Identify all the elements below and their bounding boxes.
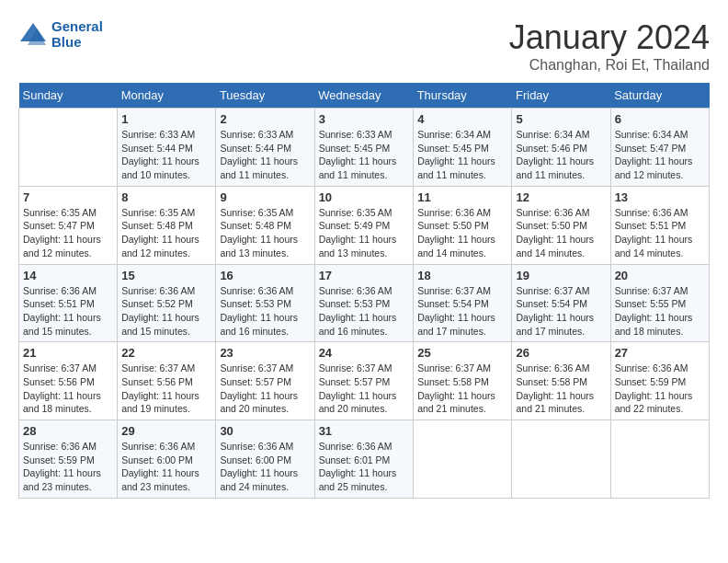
calendar-cell	[512, 420, 610, 499]
calendar-cell: 1Sunrise: 6:33 AM Sunset: 5:44 PM Daylig…	[118, 109, 216, 187]
day-number: 6	[615, 112, 705, 126]
calendar-cell: 21Sunrise: 6:37 AM Sunset: 5:56 PM Dayli…	[19, 342, 118, 420]
weekday-header: Friday	[512, 83, 610, 109]
weekday-header: Saturday	[610, 83, 709, 109]
day-info: Sunrise: 6:37 AM Sunset: 5:56 PM Dayligh…	[23, 362, 113, 416]
logo: General Blue	[18, 18, 103, 50]
day-info: Sunrise: 6:35 AM Sunset: 5:47 PM Dayligh…	[23, 206, 113, 260]
calendar-cell: 26Sunrise: 6:36 AM Sunset: 5:58 PM Dayli…	[512, 342, 610, 420]
day-number: 30	[220, 424, 310, 438]
day-info: Sunrise: 6:37 AM Sunset: 5:55 PM Dayligh…	[615, 284, 705, 339]
calendar-cell: 11Sunrise: 6:36 AM Sunset: 5:50 PM Dayli…	[414, 186, 512, 264]
day-info: Sunrise: 6:36 AM Sunset: 5:50 PM Dayligh…	[516, 206, 606, 260]
day-number: 4	[417, 112, 507, 126]
day-number: 26	[516, 346, 606, 360]
calendar-cell	[414, 420, 512, 499]
calendar-cell: 9Sunrise: 6:35 AM Sunset: 5:48 PM Daylig…	[216, 186, 314, 264]
day-number: 23	[220, 346, 310, 360]
header-row: SundayMondayTuesdayWednesdayThursdayFrid…	[19, 83, 710, 109]
calendar-table: SundayMondayTuesdayWednesdayThursdayFrid…	[18, 83, 710, 499]
day-number: 2	[220, 112, 310, 126]
day-info: Sunrise: 6:36 AM Sunset: 6:01 PM Dayligh…	[319, 440, 410, 494]
day-number: 20	[615, 269, 705, 282]
day-number: 7	[23, 190, 113, 204]
day-info: Sunrise: 6:36 AM Sunset: 5:59 PM Dayligh…	[615, 362, 705, 416]
day-info: Sunrise: 6:37 AM Sunset: 5:54 PM Dayligh…	[516, 284, 606, 339]
calendar-cell: 18Sunrise: 6:37 AM Sunset: 5:54 PM Dayli…	[414, 264, 512, 342]
day-number: 22	[121, 346, 211, 360]
calendar-week: 28Sunrise: 6:36 AM Sunset: 5:59 PM Dayli…	[19, 420, 710, 499]
calendar-cell: 12Sunrise: 6:36 AM Sunset: 5:50 PM Dayli…	[512, 186, 610, 264]
calendar-cell: 27Sunrise: 6:36 AM Sunset: 5:59 PM Dayli…	[610, 342, 709, 420]
page-header: General Blue January 2024 Changhan, Roi …	[18, 18, 710, 74]
day-number: 15	[121, 269, 211, 282]
calendar-body: 1Sunrise: 6:33 AM Sunset: 5:44 PM Daylig…	[19, 109, 710, 499]
day-info: Sunrise: 6:36 AM Sunset: 5:52 PM Dayligh…	[121, 284, 211, 339]
weekday-header: Sunday	[19, 83, 118, 109]
day-info: Sunrise: 6:36 AM Sunset: 6:00 PM Dayligh…	[121, 440, 211, 494]
month-title: January 2024	[509, 18, 710, 57]
day-info: Sunrise: 6:36 AM Sunset: 5:58 PM Dayligh…	[516, 362, 606, 416]
calendar-cell	[610, 420, 709, 499]
day-info: Sunrise: 6:35 AM Sunset: 5:48 PM Dayligh…	[220, 206, 310, 260]
day-number: 8	[121, 190, 211, 204]
day-info: Sunrise: 6:36 AM Sunset: 5:53 PM Dayligh…	[220, 284, 310, 339]
day-number: 31	[319, 424, 410, 438]
calendar-cell: 24Sunrise: 6:37 AM Sunset: 5:57 PM Dayli…	[314, 342, 414, 420]
calendar-cell: 29Sunrise: 6:36 AM Sunset: 6:00 PM Dayli…	[118, 420, 216, 499]
day-number: 29	[121, 424, 211, 438]
day-info: Sunrise: 6:36 AM Sunset: 5:50 PM Dayligh…	[417, 206, 507, 260]
day-info: Sunrise: 6:37 AM Sunset: 5:54 PM Dayligh…	[417, 284, 507, 339]
day-info: Sunrise: 6:37 AM Sunset: 5:56 PM Dayligh…	[121, 362, 211, 416]
calendar-cell: 20Sunrise: 6:37 AM Sunset: 5:55 PM Dayli…	[610, 264, 709, 342]
calendar-cell: 14Sunrise: 6:36 AM Sunset: 5:51 PM Dayli…	[19, 264, 118, 342]
day-info: Sunrise: 6:34 AM Sunset: 5:47 PM Dayligh…	[615, 128, 705, 182]
calendar-cell: 22Sunrise: 6:37 AM Sunset: 5:56 PM Dayli…	[118, 342, 216, 420]
calendar-cell: 4Sunrise: 6:34 AM Sunset: 5:45 PM Daylig…	[414, 109, 512, 187]
calendar-cell: 16Sunrise: 6:36 AM Sunset: 5:53 PM Dayli…	[216, 264, 314, 342]
calendar-week: 7Sunrise: 6:35 AM Sunset: 5:47 PM Daylig…	[19, 186, 710, 264]
day-number: 5	[516, 112, 606, 126]
title-block: January 2024 Changhan, Roi Et, Thailand	[509, 18, 710, 74]
calendar-cell: 15Sunrise: 6:36 AM Sunset: 5:52 PM Dayli…	[118, 264, 216, 342]
day-info: Sunrise: 6:36 AM Sunset: 5:53 PM Dayligh…	[319, 284, 410, 339]
weekday-header: Wednesday	[314, 83, 414, 109]
calendar-cell: 5Sunrise: 6:34 AM Sunset: 5:46 PM Daylig…	[512, 109, 610, 187]
calendar-cell: 3Sunrise: 6:33 AM Sunset: 5:45 PM Daylig…	[314, 109, 414, 187]
calendar-cell: 28Sunrise: 6:36 AM Sunset: 5:59 PM Dayli…	[19, 420, 118, 499]
calendar-cell: 23Sunrise: 6:37 AM Sunset: 5:57 PM Dayli…	[216, 342, 314, 420]
weekday-header: Monday	[118, 83, 216, 109]
day-info: Sunrise: 6:36 AM Sunset: 5:51 PM Dayligh…	[23, 284, 113, 339]
calendar-cell: 31Sunrise: 6:36 AM Sunset: 6:01 PM Dayli…	[314, 420, 414, 499]
calendar-week: 14Sunrise: 6:36 AM Sunset: 5:51 PM Dayli…	[19, 264, 710, 342]
day-info: Sunrise: 6:33 AM Sunset: 5:44 PM Dayligh…	[121, 128, 211, 182]
day-info: Sunrise: 6:35 AM Sunset: 5:49 PM Dayligh…	[319, 206, 410, 260]
day-number: 10	[319, 190, 410, 204]
day-info: Sunrise: 6:36 AM Sunset: 5:51 PM Dayligh…	[615, 206, 705, 260]
logo-text: General Blue	[51, 18, 103, 50]
calendar-cell: 6Sunrise: 6:34 AM Sunset: 5:47 PM Daylig…	[610, 109, 709, 187]
calendar-cell: 8Sunrise: 6:35 AM Sunset: 5:48 PM Daylig…	[118, 186, 216, 264]
calendar-cell: 13Sunrise: 6:36 AM Sunset: 5:51 PM Dayli…	[610, 186, 709, 264]
day-info: Sunrise: 6:37 AM Sunset: 5:57 PM Dayligh…	[319, 362, 410, 416]
day-number: 16	[220, 269, 310, 282]
day-info: Sunrise: 6:33 AM Sunset: 5:44 PM Dayligh…	[220, 128, 310, 182]
day-info: Sunrise: 6:36 AM Sunset: 5:59 PM Dayligh…	[23, 440, 113, 494]
calendar-cell: 30Sunrise: 6:36 AM Sunset: 6:00 PM Dayli…	[216, 420, 314, 499]
day-number: 1	[121, 112, 211, 126]
day-number: 18	[417, 269, 507, 282]
day-info: Sunrise: 6:37 AM Sunset: 5:58 PM Dayligh…	[417, 362, 507, 416]
day-info: Sunrise: 6:36 AM Sunset: 6:00 PM Dayligh…	[220, 440, 310, 494]
day-number: 13	[615, 190, 705, 204]
calendar-cell: 17Sunrise: 6:36 AM Sunset: 5:53 PM Dayli…	[314, 264, 414, 342]
calendar-cell: 25Sunrise: 6:37 AM Sunset: 5:58 PM Dayli…	[414, 342, 512, 420]
day-number: 19	[516, 269, 606, 282]
weekday-header: Thursday	[414, 83, 512, 109]
calendar-cell: 10Sunrise: 6:35 AM Sunset: 5:49 PM Dayli…	[314, 186, 414, 264]
day-number: 24	[319, 346, 410, 360]
calendar-cell: 2Sunrise: 6:33 AM Sunset: 5:44 PM Daylig…	[216, 109, 314, 187]
day-info: Sunrise: 6:34 AM Sunset: 5:45 PM Dayligh…	[417, 128, 507, 182]
calendar-header: SundayMondayTuesdayWednesdayThursdayFrid…	[19, 83, 710, 109]
day-number: 11	[417, 190, 507, 204]
weekday-header: Tuesday	[216, 83, 314, 109]
